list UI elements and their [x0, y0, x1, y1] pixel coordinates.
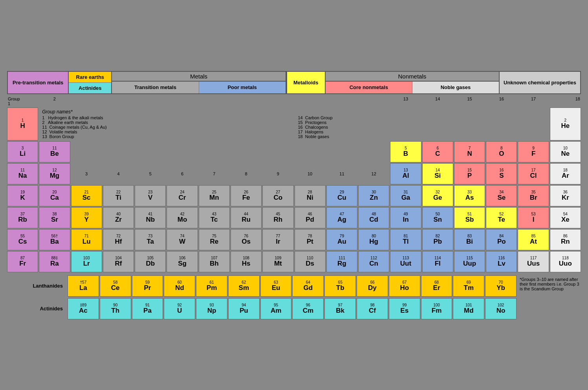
element-Ce: 58Ce — [100, 275, 131, 297]
element-Ti: 22Ti — [103, 185, 134, 206]
element-Rh: 45Rh — [262, 207, 293, 228]
element-Ac: ‡89Ac — [68, 298, 99, 319]
element-Fe: 26Fe — [231, 185, 262, 206]
element-Uut: 113Uut — [390, 251, 421, 272]
element-Zn: 30Zn — [358, 185, 389, 206]
group-header-16: 16 — [486, 97, 517, 106]
element-Tc: 43Tc — [199, 207, 230, 228]
element-He: 2He — [550, 108, 581, 140]
element-Xe: 54Xe — [550, 207, 581, 228]
element-Os: 76Os — [231, 229, 262, 250]
element-Pb: 82Pb — [422, 229, 453, 250]
main-grid: 1H Group names* 1 Hydrogen & the alkali … — [7, 108, 581, 272]
element-Ru: 44Ru — [231, 207, 262, 228]
legend-nonmetals-section: Nonmetals Core nonmetals Noble gases — [326, 72, 500, 93]
actinides-cells: ‡89Ac 90Th 91Pa 92U 93Np 94Pu 95Am 96Cm … — [68, 298, 517, 319]
element-Ds: 110Ds — [295, 251, 326, 272]
element-Kr: 36Kr — [550, 185, 581, 206]
element-No: 102No — [485, 298, 517, 319]
group-info-box: Group names* 1 Hydrogen & the alkali met… — [39, 108, 549, 140]
element-Uup: 115Uup — [454, 251, 485, 272]
element-Md: 101Md — [453, 298, 484, 319]
legend-transition: Transition metals — [112, 82, 199, 93]
element-Pt: 78Pt — [295, 229, 326, 250]
element-Rn: 86Rn — [550, 229, 581, 250]
element-Co: 27Co — [262, 185, 293, 206]
element-Y: 39Y — [71, 207, 102, 228]
period3-group-nums: 3 4 5 6 7 8 9 10 11 12 — [71, 163, 390, 184]
element-F: 9F — [518, 141, 549, 162]
element-Ba: 56†Ba — [39, 229, 70, 250]
element-Bh: 107Bh — [199, 251, 230, 272]
group-header-1: Group1 — [7, 97, 38, 106]
element-Ga: 31Ga — [390, 185, 421, 206]
legend-pre-transition: Pre-transition metals — [8, 72, 69, 93]
element-Pu: 94Pu — [228, 298, 260, 319]
element-P: 15P — [454, 163, 485, 184]
element-Se: 34Se — [486, 185, 517, 206]
element-Mt: 109Mt — [262, 251, 293, 272]
element-Br: 35Br — [518, 185, 549, 206]
element-Pa: 91Pa — [132, 298, 163, 319]
legend-noble-gases: Noble gases — [412, 82, 499, 93]
element-Sb: 51Sb — [454, 207, 485, 228]
element-As: 33As — [454, 185, 485, 206]
group-header-2: 2 — [39, 97, 70, 106]
element-Ta: 73Ta — [135, 229, 166, 250]
group-info-title: Group names* — [42, 109, 546, 115]
element-Ar: 18Ar — [550, 163, 581, 184]
element-Sn: 50Sn — [422, 207, 453, 228]
element-Re: 75Re — [199, 229, 230, 250]
element-At: 85At — [518, 229, 549, 250]
group-header-18: 18 — [550, 97, 581, 106]
element-Am: 95Am — [260, 298, 292, 319]
element-Db: 105Db — [135, 251, 166, 272]
element-Cm: 96Cm — [292, 298, 324, 319]
element-Rb: 37Rb — [7, 207, 38, 228]
actinides-row-label: Actinides — [7, 298, 66, 319]
lanthanides-row: Lanthanides †57La 58Ce 59Pr 60Nd 61Pm 62… — [7, 275, 581, 297]
element-Tl: 81Tl — [390, 229, 421, 250]
element-Nd: 60Nd — [164, 275, 195, 297]
element-B: 5B — [390, 141, 421, 162]
element-Ge: 32Ge — [422, 185, 453, 206]
element-Bi: 83Bi — [454, 229, 485, 250]
element-Bk: 97Bk — [324, 298, 356, 319]
element-Au: 79Au — [326, 229, 357, 250]
element-Ag: 47Ag — [326, 207, 357, 228]
element-Dy: 66Dy — [357, 275, 388, 297]
element-Al: 13Al — [390, 163, 421, 184]
legend-unknown: Unknown chemical properties — [500, 72, 580, 93]
group-header-13: 13 — [390, 97, 421, 106]
element-Lr: 103Lr — [71, 251, 102, 272]
element-Hg: 80Hg — [358, 229, 389, 250]
element-Fm: 100Fm — [421, 298, 452, 319]
legend-rare-earths-actinides: Rare earths Actinides — [69, 72, 112, 93]
element-Be: 11Be — [39, 141, 70, 162]
element-La: †57La — [68, 275, 99, 297]
element-N: 7N — [454, 141, 485, 162]
element-H: 1H — [7, 108, 38, 140]
element-Tb: 65Tb — [324, 275, 356, 297]
element-Ra: 88‡Ra — [39, 251, 70, 272]
nonmetals-header: Nonmetals — [326, 72, 499, 82]
element-Sr: 38Sr — [39, 207, 70, 228]
element-Sg: 106Sg — [167, 251, 198, 272]
group-header-17: 17 — [518, 97, 549, 106]
element-C: 6C — [422, 141, 453, 162]
element-Cd: 48Cd — [358, 207, 389, 228]
element-Es: 99Es — [389, 298, 420, 319]
element-Mg: 12Mg — [39, 163, 70, 184]
element-Fr: 87Fr — [7, 251, 38, 272]
period2-empty — [71, 141, 390, 162]
element-Sc: 21Sc — [71, 185, 102, 206]
element-Ir: 77Ir — [262, 229, 293, 250]
periodic-table: Pre-transition metals Rare earths Actini… — [4, 68, 584, 323]
metals-header: Metals — [112, 72, 285, 82]
element-Pr: 59Pr — [132, 275, 163, 297]
element-Pd: 46Pd — [295, 207, 326, 228]
element-Mn: 25Mn — [199, 185, 230, 206]
element-Rg: 111Rg — [326, 251, 357, 272]
element-Na: 11Na — [7, 163, 38, 184]
element-Yb: 70Yb — [485, 275, 517, 297]
